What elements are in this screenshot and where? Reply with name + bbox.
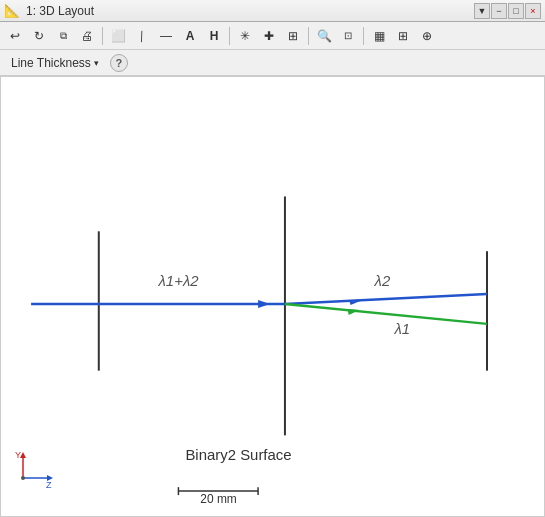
- line-thickness-dropdown[interactable]: Line Thickness ▾: [6, 53, 104, 73]
- minimize-button[interactable]: −: [491, 3, 507, 19]
- svg-marker-4: [258, 300, 270, 308]
- title-bar-left: 📐 1: 3D Layout: [4, 3, 94, 18]
- star-icon[interactable]: ✳: [234, 25, 256, 47]
- line-thickness-label: Line Thickness: [11, 56, 91, 70]
- svg-text:λ1+λ2: λ1+λ2: [158, 272, 200, 289]
- grid-icon[interactable]: ⊞: [282, 25, 304, 47]
- close-button[interactable]: ×: [525, 3, 541, 19]
- hline-icon[interactable]: —: [155, 25, 177, 47]
- svg-text:λ1: λ1: [393, 320, 410, 337]
- help-button[interactable]: ?: [110, 54, 128, 72]
- back-icon[interactable]: ↩: [4, 25, 26, 47]
- svg-line-5: [285, 294, 487, 304]
- svg-point-23: [21, 476, 25, 480]
- sep1: [102, 27, 103, 45]
- title-bar: 📐 1: 3D Layout ▼ − □ ×: [0, 0, 545, 22]
- canvas-area: λ1+λ2 λ2 λ1 Binary2 Surface 20 mm Z Y: [0, 76, 545, 517]
- dropdown-chevron: ▾: [94, 58, 99, 68]
- copy-icon[interactable]: ⧉: [52, 25, 74, 47]
- svg-line-7: [285, 304, 487, 324]
- circle-icon[interactable]: ⊕: [416, 25, 438, 47]
- svg-text:Y: Y: [15, 450, 21, 460]
- main-toolbar: ↩ ↻ ⧉ 🖨 ⬜ ∕ — A H ✳ ✚ ⊞ 🔍 ⊡ ▦ ⊞ ⊕: [0, 22, 545, 50]
- grid2-icon[interactable]: ⊞: [392, 25, 414, 47]
- zoom-fit-icon[interactable]: ⊡: [337, 25, 359, 47]
- maximize-button[interactable]: □: [508, 3, 524, 19]
- layout-icon[interactable]: ▦: [368, 25, 390, 47]
- window-title: 1: 3D Layout: [26, 4, 94, 18]
- line-icon[interactable]: ∕: [127, 20, 157, 50]
- sub-toolbar: Line Thickness ▾ ?: [0, 50, 545, 76]
- svg-text:Binary2 Surface: Binary2 Surface: [185, 446, 291, 463]
- svg-text:20 mm: 20 mm: [200, 492, 237, 506]
- dropdown-arrow[interactable]: ▼: [474, 3, 490, 19]
- text-icon[interactable]: A: [179, 25, 201, 47]
- sep2: [229, 27, 230, 45]
- svg-text:Z: Z: [46, 480, 52, 490]
- hrule-icon[interactable]: H: [203, 25, 225, 47]
- axis-indicator: Z Y: [13, 450, 49, 486]
- cross-icon[interactable]: ✚: [258, 25, 280, 47]
- app-icon: 📐: [4, 3, 20, 18]
- zoom-icon[interactable]: 🔍: [313, 25, 335, 47]
- print-icon[interactable]: 🖨: [76, 25, 98, 47]
- refresh-icon[interactable]: ↻: [28, 25, 50, 47]
- sep3: [308, 27, 309, 45]
- title-bar-controls[interactable]: ▼ − □ ×: [474, 3, 541, 19]
- rect-icon[interactable]: ⬜: [107, 25, 129, 47]
- sep4: [363, 27, 364, 45]
- optical-diagram: λ1+λ2 λ2 λ1 Binary2 Surface 20 mm: [1, 77, 544, 516]
- svg-text:λ2: λ2: [374, 272, 391, 289]
